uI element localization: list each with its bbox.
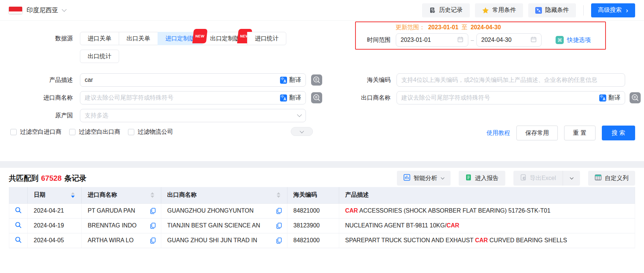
- product-desc-cell: SPAREPART TRUCK SUCTION AND EXHAUST CAR …: [339, 233, 635, 248]
- filter-checkbox-item[interactable]: 过滤空白进口商: [10, 128, 61, 136]
- checkbox-icon[interactable]: [128, 129, 134, 135]
- importer-name-input[interactable]: [85, 94, 277, 101]
- reset-button[interactable]: 重 置: [564, 126, 595, 140]
- exporter-name-field[interactable]: 中A 翻译: [397, 91, 625, 104]
- advanced-search-button[interactable]: 高级搜索 ›: [591, 3, 635, 17]
- column-header-inner: 出口商名称: [167, 191, 287, 199]
- datasource-label: 数据源: [21, 32, 73, 45]
- row-search-icon[interactable]: [15, 236, 22, 243]
- tutorial-link[interactable]: 使用教程: [486, 129, 510, 137]
- column-header[interactable]: 日期: [28, 187, 82, 203]
- start-date-input[interactable]: [401, 37, 454, 43]
- translate-icon: 中A: [280, 77, 287, 84]
- columns-icon: [595, 174, 601, 182]
- hide-conditions-button[interactable]: 隐藏条件: [528, 3, 576, 17]
- end-date-field[interactable]: [476, 33, 542, 47]
- exact-search-icon[interactable]: [311, 74, 322, 86]
- datasource-tab-label: 出口定制版: [210, 35, 240, 41]
- search-form: 数据源 进口关单出口关单进口定制版NEW出口定制版NEW进口统计 出口统计 更新…: [0, 21, 644, 161]
- product-desc-field[interactable]: 中A 翻译: [80, 73, 306, 87]
- datasource-tab-label: 出口关单: [127, 35, 150, 41]
- product-desc-cell: CAR ACCESSORIES (SHOCK ABSORBER FLAT BEA…: [339, 203, 635, 218]
- exporter-name-input[interactable]: [401, 94, 596, 101]
- time-range-label: 时间范围: [339, 33, 391, 47]
- end-date-input[interactable]: [481, 37, 527, 43]
- results-table: 日期进口商名称出口商名称海关编码产品描述 2024-04-21PT GARUDA…: [9, 187, 635, 248]
- filters-row: 过滤空白进口商过滤空白出口商过滤物流公司: [10, 128, 173, 136]
- datasource-tab[interactable]: 出口关单: [119, 32, 158, 45]
- datasource-tab[interactable]: 进口定制版NEW: [158, 32, 203, 45]
- column-header-inner: 日期: [34, 191, 81, 199]
- hs-code-label: 海关编码: [339, 73, 391, 87]
- star-icon: [482, 7, 489, 14]
- quick-options-button[interactable]: ⌘ 快捷选项: [556, 33, 591, 47]
- exact-search-icon[interactable]: [630, 92, 641, 103]
- save-common-button[interactable]: 保存常用: [516, 126, 558, 140]
- export-options-button[interactable]: [563, 171, 580, 186]
- search-button[interactable]: 搜 索: [602, 126, 635, 140]
- datasource-tab[interactable]: 进口统计: [247, 32, 286, 45]
- product-desc-label: 产品描述: [21, 73, 73, 87]
- copy-icon[interactable]: [276, 208, 282, 214]
- copy-icon[interactable]: [150, 223, 156, 229]
- chevron-down-icon: [441, 176, 444, 180]
- origin-country-input[interactable]: [85, 112, 295, 119]
- history-button[interactable]: 历史记录: [422, 3, 470, 17]
- column-header-label: 出口商名称: [167, 191, 197, 199]
- sort-carets[interactable]: [71, 192, 75, 198]
- translate-button[interactable]: 中A 翻译: [280, 94, 301, 102]
- smart-analysis-button[interactable]: 智能分析: [397, 171, 451, 186]
- sort-carets[interactable]: [151, 192, 154, 198]
- copy-icon[interactable]: [276, 223, 282, 229]
- indonesia-flag-icon: [9, 7, 22, 14]
- importer-name-field[interactable]: 中A 翻译: [80, 91, 306, 104]
- favorite-conditions-button[interactable]: 常用条件: [475, 3, 523, 17]
- datasource-tab[interactable]: 出口统计: [80, 50, 119, 63]
- enter-report-button[interactable]: 进入报告: [459, 171, 505, 186]
- trade-search-page: 印度尼西亚 历史记录 常用条件 隐藏条件: [0, 0, 644, 248]
- product-desc-input[interactable]: [85, 77, 277, 83]
- importer-name: ARTHA WIRA LO: [88, 237, 134, 244]
- copy-icon[interactable]: [150, 208, 156, 214]
- row-search-icon[interactable]: [15, 207, 22, 214]
- exact-search-icon[interactable]: [311, 92, 322, 103]
- update-range-start: 2023-01-01: [428, 24, 458, 30]
- exporter-cell: GUANGZHOU ZHONGYUNTON: [161, 203, 287, 218]
- hs-code-field[interactable]: [397, 73, 625, 87]
- new-badge: NEW: [192, 29, 208, 43]
- sort-caret-up-icon: [71, 192, 75, 194]
- exporter-name: GUANGZHOU ZHONGYUNTON: [167, 207, 253, 214]
- origin-country-select[interactable]: [80, 109, 306, 122]
- chevron-down-icon: [62, 7, 67, 12]
- report-icon: [465, 174, 472, 182]
- collapse-filters-toggle[interactable]: [291, 127, 313, 136]
- custom-columns-button[interactable]: 自定义列: [588, 171, 635, 186]
- desc-text: CURVED BEARING SHELLS: [488, 237, 567, 243]
- filter-checkbox-item[interactable]: 过滤物流公司: [128, 128, 173, 136]
- column-header[interactable]: 出口商名称: [161, 187, 287, 203]
- translate-button[interactable]: 中A 翻译: [599, 94, 620, 102]
- start-date-field[interactable]: [396, 33, 468, 47]
- exporter-name-label: 出口商名称: [339, 91, 391, 104]
- calendar-icon: [530, 36, 537, 44]
- date-cell: 2024-04-05: [28, 233, 82, 248]
- datasource-tab[interactable]: 出口定制版NEW: [202, 32, 247, 45]
- copy-icon[interactable]: [150, 237, 156, 244]
- sort-carets[interactable]: [277, 192, 280, 198]
- translate-button[interactable]: 中A 翻译: [280, 76, 301, 84]
- divider: [583, 5, 584, 16]
- smart-analysis-label: 智能分析: [414, 174, 437, 182]
- datasource-tab[interactable]: 进口关单: [80, 32, 119, 45]
- export-excel-button[interactable]: 导出Excel: [513, 171, 563, 186]
- row-search-icon[interactable]: [15, 222, 22, 229]
- copy-icon[interactable]: [276, 237, 282, 244]
- checkbox-icon[interactable]: [69, 129, 75, 135]
- country-name: 印度尼西亚: [27, 6, 58, 14]
- column-header[interactable]: 进口商名称: [82, 187, 161, 203]
- favorite-conditions-label: 常用条件: [492, 6, 516, 14]
- topbar: 印度尼西亚 历史记录 常用条件 隐藏条件: [0, 0, 644, 21]
- country-selector[interactable]: 印度尼西亚: [9, 6, 66, 14]
- checkbox-icon[interactable]: [10, 129, 17, 135]
- hs-code-input[interactable]: [401, 77, 620, 83]
- filter-checkbox-item[interactable]: 过滤空白出口商: [69, 128, 120, 136]
